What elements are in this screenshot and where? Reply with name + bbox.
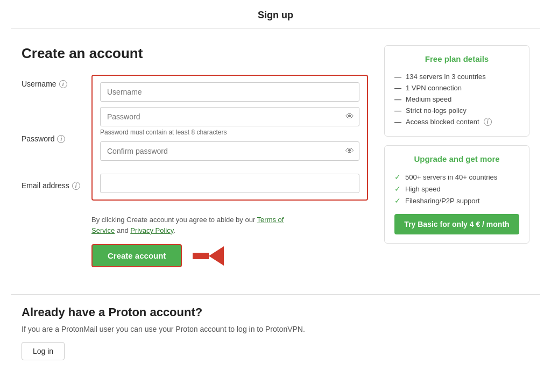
password-input[interactable] [100,107,359,126]
already-heading: Already have a Proton account? [22,305,529,319]
list-item: ✓High speed [394,183,519,195]
sidebar: Free plan details —134 servers in 3 coun… [384,45,529,278]
page-title: Sign up [258,10,293,20]
upgrade-plan-title: Upgrade and get more [394,154,519,163]
username-input[interactable] [100,82,359,102]
username-field-group [100,82,359,102]
list-item: —Strict no-logs policy [394,105,519,116]
dash-icon: — [394,118,401,126]
check-icon: ✓ [394,184,401,193]
free-plan-features: —134 servers in 3 countries —1 VPN conne… [394,71,519,127]
password-eye-icon[interactable]: 👁 [345,112,354,122]
free-plan-title: Free plan details [394,54,519,63]
list-item: —Access blocked content i [394,116,519,127]
password-label: Password [22,134,54,143]
list-item: ✓500+ servers in 40+ countries [394,171,519,183]
email-field-group [100,174,359,193]
button-area: Create account [91,244,368,267]
privacy-policy-link[interactable]: Privacy Policy [130,226,173,234]
free-plan-card: Free plan details —134 servers in 3 coun… [384,45,529,137]
login-button[interactable]: Log in [22,342,65,360]
list-item: —Medium speed [394,94,519,105]
arrow-shaft [193,253,209,259]
form-heading: Create an account [22,45,368,62]
dash-icon: — [394,84,401,92]
password-info-icon[interactable]: i [57,135,65,143]
check-icon: ✓ [394,196,401,205]
create-account-button[interactable]: Create account [91,244,182,267]
check-icon: ✓ [394,173,401,181]
upgrade-button[interactable]: Try Basic for only 4 € / month [394,214,519,234]
arrow-head [209,246,224,266]
section-divider [11,294,540,295]
list-item: —134 servers in 3 countries [394,71,519,82]
list-item: ✓Filesharing/P2P support [394,195,519,206]
upgrade-plan-card: Upgrade and get more ✓500+ servers in 40… [384,145,529,244]
confirm-password-field-group: 👁 [100,141,359,161]
username-info-icon[interactable]: i [59,80,67,88]
upgrade-plan-features: ✓500+ servers in 40+ countries ✓High spe… [394,171,519,206]
dash-icon: — [394,73,401,81]
username-label: Username [22,80,56,88]
password-field-group: 👁 Password must contain at least 8 chara… [100,107,359,136]
already-description: If you are a ProtonMail user you can use… [22,325,529,333]
terms-text: By clicking Create account you agree to … [91,215,298,236]
page-header: Sign up [11,0,540,29]
arrow-indicator [193,246,224,266]
already-have-account-section: Already have a Proton account? If you ar… [11,305,540,376]
confirm-password-eye-icon[interactable]: 👁 [345,146,354,156]
email-input[interactable] [100,174,359,193]
password-hint: Password must contain at least 8 charact… [100,129,359,136]
dash-icon: — [394,95,401,103]
dash-icon: — [394,106,401,115]
access-info-icon[interactable]: i [484,118,492,126]
form-section: Create an account Username i Password i [22,45,368,278]
fields-box: 👁 Password must contain at least 8 chara… [91,75,368,201]
list-item: —1 VPN connection [394,82,519,94]
confirm-password-input[interactable] [100,141,359,161]
